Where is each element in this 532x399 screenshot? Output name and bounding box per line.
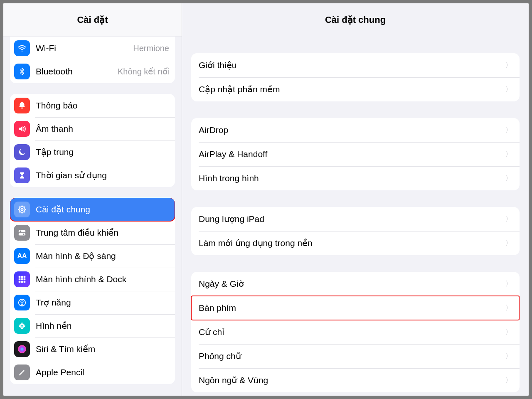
- siri-icon: [14, 341, 30, 357]
- speaker-icon: [14, 121, 30, 137]
- pencil-icon: [14, 365, 30, 380]
- svg-rect-8: [19, 276, 21, 278]
- chevron-right-icon: 〉: [505, 239, 512, 248]
- hourglass-icon: [14, 167, 30, 183]
- sidebar-item-focus[interactable]: Tập trung: [10, 140, 175, 164]
- chevron-right-icon: 〉: [505, 174, 512, 183]
- detail-row-keyboard[interactable]: Bàn phím 〉: [191, 296, 520, 320]
- detail-row-label: Bàn phím: [199, 303, 505, 313]
- bluetooth-icon: [14, 64, 30, 79]
- sidebar-item-value: Không kết nối: [118, 66, 169, 76]
- sidebar-scroll[interactable]: Wi-Fi Hermione Bluetooth Không kết nối: [3, 37, 182, 396]
- sidebar-item-label: Hình nền: [36, 321, 169, 331]
- detail-row-label: Giới thiệu: [199, 60, 505, 70]
- detail-row-datetime[interactable]: Ngày & Giờ 〉: [191, 272, 520, 296]
- bell-icon: [14, 98, 30, 113]
- sidebar-group-connectivity: Wi-Fi Hermione Bluetooth Không kết nối: [10, 37, 175, 83]
- sidebar-item-wifi[interactable]: Wi-Fi Hermione: [10, 37, 175, 60]
- accessibility-icon: [14, 295, 30, 310]
- chevron-right-icon: 〉: [505, 376, 512, 385]
- sidebar-item-label: Trợ năng: [36, 298, 169, 308]
- svg-rect-15: [21, 281, 23, 283]
- chevron-right-icon: 〉: [505, 304, 512, 313]
- sidebar-item-general[interactable]: Cài đặt chung: [10, 198, 175, 221]
- detail-header: Cài đặt chung: [182, 3, 529, 37]
- detail-row-pip[interactable]: Hình trong hình 〉: [191, 166, 520, 190]
- chevron-right-icon: 〉: [505, 150, 512, 159]
- moon-icon: [14, 144, 30, 160]
- svg-rect-12: [21, 278, 23, 281]
- sidebar-title: Cài đặt: [77, 15, 108, 25]
- detail-row-label: Cử chỉ: [199, 327, 505, 337]
- chevron-right-icon: 〉: [505, 85, 512, 94]
- home-icon: [14, 271, 30, 287]
- sidebar-item-sounds[interactable]: Âm thanh: [10, 117, 175, 140]
- sidebar-item-label: Wi-Fi: [36, 43, 133, 53]
- sidebar-item-homescreen[interactable]: Màn hình chính & Dock: [10, 268, 175, 291]
- detail-group-storage: Dung lượng iPad 〉 Làm mới ứng dụng trong…: [191, 207, 520, 255]
- svg-rect-4: [19, 230, 26, 233]
- chevron-right-icon: 〉: [505, 215, 512, 224]
- detail-row-label: Cập nhật phần mềm: [199, 84, 505, 94]
- detail-row-gestures[interactable]: Cử chỉ 〉: [191, 320, 520, 344]
- sidebar-item-screentime[interactable]: Thời gian sử dụng: [10, 164, 175, 187]
- svg-rect-11: [19, 278, 21, 281]
- svg-point-7: [23, 234, 25, 235]
- chevron-right-icon: 〉: [505, 352, 512, 361]
- svg-point-0: [22, 51, 22, 52]
- detail-pane: Cài đặt chung Giới thiệu 〉 Cập nhật phần…: [182, 3, 529, 396]
- sidebar-item-value: Hermione: [133, 44, 169, 53]
- detail-row-storage[interactable]: Dung lượng iPad 〉: [191, 207, 520, 231]
- sidebar-group-alerts: Thông báo Âm thanh Tập trung: [10, 94, 175, 187]
- svg-rect-13: [24, 278, 26, 281]
- detail-group-about: Giới thiệu 〉 Cập nhật phần mềm 〉: [191, 53, 520, 101]
- svg-rect-16: [24, 281, 26, 283]
- toggles-icon: [14, 225, 30, 241]
- detail-row-software-update[interactable]: Cập nhật phần mềm 〉: [191, 77, 520, 101]
- sidebar-item-label: Âm thanh: [36, 124, 169, 134]
- sidebar-item-notifications[interactable]: Thông báo: [10, 94, 175, 117]
- svg-rect-6: [19, 233, 26, 236]
- detail-row-airplay[interactable]: AirPlay & Handoff 〉: [191, 142, 520, 166]
- svg-rect-10: [24, 276, 26, 278]
- detail-row-background-refresh[interactable]: Làm mới ứng dụng trong nền 〉: [191, 231, 520, 255]
- svg-point-19: [21, 325, 23, 327]
- svg-point-3: [21, 209, 23, 211]
- settings-sidebar: Cài đặt Wi-Fi Hermione Bluetooth Không: [3, 3, 182, 396]
- detail-group-air: AirDrop 〉 AirPlay & Handoff 〉 Hình trong…: [191, 118, 520, 190]
- svg-rect-9: [21, 276, 23, 278]
- sidebar-item-display[interactable]: AA Màn hình & Độ sáng: [10, 244, 175, 268]
- sidebar-item-label: Cài đặt chung: [36, 204, 169, 214]
- detail-row-label: Dung lượng iPad: [199, 214, 505, 224]
- detail-row-label: Phông chữ: [199, 351, 505, 361]
- sidebar-item-apple-pencil[interactable]: Apple Pencil: [10, 361, 175, 384]
- detail-row-airdrop[interactable]: AirDrop 〉: [191, 118, 520, 142]
- sidebar-item-wallpaper[interactable]: Hình nền: [10, 314, 175, 337]
- svg-point-20: [18, 345, 26, 353]
- detail-scroll[interactable]: Giới thiệu 〉 Cập nhật phần mềm 〉 AirDrop…: [182, 37, 529, 396]
- sidebar-item-bluetooth[interactable]: Bluetooth Không kết nối: [10, 60, 175, 83]
- sidebar-item-siri[interactable]: Siri & Tìm kiếm: [10, 337, 175, 361]
- chevron-right-icon: 〉: [505, 126, 512, 135]
- detail-row-about[interactable]: Giới thiệu 〉: [191, 53, 520, 77]
- aa-icon: AA: [14, 248, 30, 264]
- detail-row-label: Ngôn ngữ & Vùng: [199, 375, 505, 385]
- detail-row-language[interactable]: Ngôn ngữ & Vùng 〉: [191, 368, 520, 392]
- sidebar-item-accessibility[interactable]: Trợ năng: [10, 291, 175, 314]
- svg-point-18: [22, 300, 23, 301]
- sidebar-item-label: Siri & Tìm kiếm: [36, 344, 169, 354]
- settings-split-view: Cài đặt Wi-Fi Hermione Bluetooth Không: [3, 3, 529, 396]
- detail-group-datetime: Ngày & Giờ 〉 Bàn phím 〉 Cử chỉ 〉 Phông c…: [191, 272, 520, 392]
- detail-row-label: AirDrop: [199, 125, 505, 135]
- detail-row-fonts[interactable]: Phông chữ 〉: [191, 344, 520, 368]
- wifi-icon: [14, 40, 30, 56]
- sidebar-item-label: Màn hình chính & Dock: [36, 274, 169, 284]
- sidebar-item-label: Apple Pencil: [36, 367, 169, 377]
- detail-title: Cài đặt chung: [325, 15, 386, 25]
- sidebar-item-control-center[interactable]: Trung tâm điều khiển: [10, 221, 175, 244]
- sidebar-item-label: Tập trung: [36, 147, 169, 157]
- sidebar-header: Cài đặt: [3, 3, 182, 37]
- chevron-right-icon: 〉: [505, 328, 512, 337]
- svg-point-5: [20, 231, 22, 232]
- chevron-right-icon: 〉: [505, 280, 512, 288]
